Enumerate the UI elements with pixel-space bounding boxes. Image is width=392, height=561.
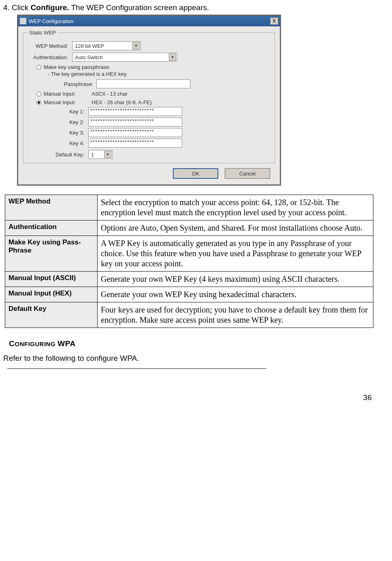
close-button[interactable]: X xyxy=(270,17,278,25)
cancel-label: Cancel xyxy=(239,171,256,177)
authentication-label: Authentication: xyxy=(28,54,72,60)
wep-method-select[interactable]: 128 bit WEP ▼ xyxy=(72,41,141,50)
static-wep-group: Static WEP WEP Method: 128 bit WEP ▼ Aut… xyxy=(23,30,275,163)
wep-method-label: WEP Method: xyxy=(28,43,72,49)
cell-header: Default Key xyxy=(5,302,98,328)
cell-value: Select the encryption to match your acce… xyxy=(98,195,373,221)
wpa-heading-c: C xyxy=(9,339,15,348)
default-key-label: Default Key: xyxy=(43,152,88,158)
hex-radio-label: Manual Input: xyxy=(44,99,89,105)
radio-filled-icon xyxy=(36,100,41,105)
cell-value: Generate your own WEP Key (4 keys maximu… xyxy=(98,272,373,287)
key1-input[interactable]: ************************** xyxy=(88,107,182,116)
cell-value: A WEP Key is automatically generated as … xyxy=(98,236,373,272)
divider xyxy=(7,368,266,369)
instruction-prefix: 4. Click xyxy=(3,3,31,12)
wpa-instruction: Refer to the following to configure WPA. xyxy=(3,354,372,363)
dialog-titlebar: WEP Configuration X xyxy=(18,16,280,26)
ok-label: OK xyxy=(192,171,200,177)
passphrase-label: Passphrase: xyxy=(64,81,93,87)
ascii-radio-label: Manual Input: xyxy=(44,91,89,97)
table-row: Manual Input (HEX) Generate your own WEP… xyxy=(5,287,373,302)
instruction-bold: Configure. xyxy=(31,3,69,12)
ascii-radio-desc: ASCII - 13 char xyxy=(92,91,128,97)
close-icon: X xyxy=(273,18,276,24)
radio-icon xyxy=(36,65,41,70)
wep-description-table: WEP Method Select the encryption to matc… xyxy=(5,195,373,328)
key4-label: Key 4: xyxy=(52,140,88,146)
chevron-down-icon: ▼ xyxy=(104,151,111,158)
key2-label: Key 2: xyxy=(52,119,88,125)
table-row: Manual Input (ASCII) Generate your own W… xyxy=(5,272,373,287)
cell-value: Options are Auto, Open System, and Share… xyxy=(98,221,373,236)
cell-header: Make Key using Pass-Phrase xyxy=(5,236,98,272)
cell-value: Generate your own WEP Key using hexadeci… xyxy=(98,287,373,302)
key3-label: Key 3: xyxy=(52,130,88,136)
key3-input[interactable]: ************************** xyxy=(88,128,182,137)
cell-value: Four keys are used for decryption; you h… xyxy=(98,302,373,328)
wep-method-value: 128 bit WEP xyxy=(75,43,104,49)
table-row: Authentication Options are Auto, Open Sy… xyxy=(5,221,373,236)
key4-input[interactable]: ************************** xyxy=(88,139,182,148)
radio-icon xyxy=(36,92,41,96)
cell-header: Authentication xyxy=(5,221,98,236)
wep-config-dialog: WEP Configuration X Static WEP WEP Metho… xyxy=(17,15,281,186)
ascii-radio-row[interactable]: Manual Input: ASCII - 13 char xyxy=(36,91,271,97)
passphrase-note: - The key generated is a HEX key. xyxy=(48,71,271,77)
default-key-select[interactable]: 1 ▼ xyxy=(88,150,113,159)
key1-label: Key 1: xyxy=(52,109,88,115)
table-row: Make Key using Pass-Phrase A WEP Key is … xyxy=(5,236,373,272)
cell-header: Manual Input (HEX) xyxy=(5,287,98,302)
key2-input[interactable]: ************************** xyxy=(88,118,182,126)
authentication-value: Auto Switch xyxy=(75,54,103,60)
app-icon xyxy=(20,18,26,24)
group-legend: Static WEP xyxy=(28,30,58,36)
passphrase-radio-label: Make key using passphrase. xyxy=(44,64,111,70)
page-number: 36 xyxy=(3,393,372,402)
instruction-suffix: The WEP Configuration screen appears. xyxy=(69,3,209,12)
passphrase-input[interactable] xyxy=(96,79,190,88)
chevron-down-icon: ▼ xyxy=(169,54,176,61)
table-row: WEP Method Select the encryption to matc… xyxy=(5,195,373,221)
wpa-heading: CONFIGURING WPA xyxy=(9,339,372,348)
hex-radio-row[interactable]: Manual Input: HEX - 26 char (0-9, A-FE) xyxy=(36,99,271,105)
dialog-title: WEP Configuration xyxy=(29,18,73,24)
authentication-select[interactable]: Auto Switch ▼ xyxy=(72,53,177,62)
default-key-value: 1 xyxy=(91,152,94,158)
wpa-heading-wpa: WPA xyxy=(58,339,75,348)
cell-header: WEP Method xyxy=(5,195,98,221)
wpa-heading-rest: ONFIGURING xyxy=(15,340,55,347)
ok-button[interactable]: OK xyxy=(173,168,218,179)
passphrase-radio-row[interactable]: Make key using passphrase. xyxy=(36,64,271,70)
step-instruction: 4. Click Configure. The WEP Configuratio… xyxy=(3,3,372,12)
hex-radio-desc: HEX - 26 char (0-9, A-FE) xyxy=(92,99,152,105)
chevron-down-icon: ▼ xyxy=(132,42,140,49)
table-row: Default Key Four keys are used for decry… xyxy=(5,302,373,328)
cell-header: Manual Input (ASCII) xyxy=(5,272,98,287)
cancel-button[interactable]: Cancel xyxy=(225,168,270,179)
